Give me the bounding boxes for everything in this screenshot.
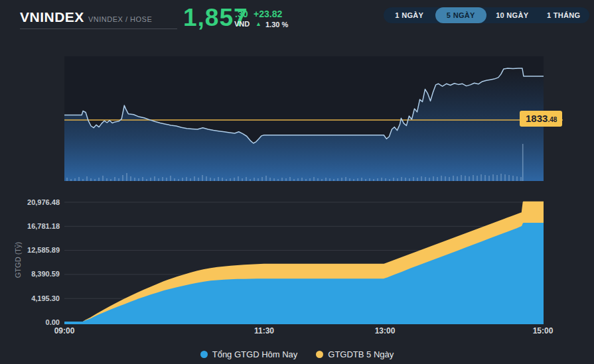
reference-price-dec: .48 [548, 116, 557, 123]
reference-price-badge: 1833 .48 [520, 111, 562, 127]
index-price-decimals: .30 [235, 9, 248, 19]
legend-item-tong-gtgd[interactable]: Tổng GTGD Hôm Nay [200, 349, 298, 359]
gtgd-ytick-5: 20,976.48 [12, 198, 60, 206]
page-title: VNINDEX [20, 9, 84, 25]
period-button-10-ngay[interactable]: 10 NGÀY [486, 7, 538, 23]
price-change-value: +23.82 [254, 9, 282, 19]
gtgd-axis-title: GTGD (Tỷ) [14, 230, 22, 290]
legend-label: Tổng GTGD Hôm Nay [212, 349, 298, 359]
header-divider [20, 29, 177, 29]
legend-item-gtgdtb[interactable]: GTGDTB 5 Ngày [316, 349, 394, 359]
gtgd-ytick-1: 4,195.30 [12, 294, 60, 302]
gtgd-chart-canvas[interactable] [0, 0, 594, 364]
chart-legend: Tổng GTGD Hôm Nay GTGDTB 5 Ngày [0, 349, 594, 359]
symbol-exchange-label: VNINDEX / HOSE [88, 15, 152, 23]
currency-label: VND [234, 20, 250, 28]
up-triangle-icon: ▲ [256, 21, 261, 27]
period-button-5-ngay[interactable]: 5 NGÀY [435, 7, 487, 23]
vnindex-chart-panel: VNINDEX VNINDEX / HOSE 1,857 .30 VND +23… [0, 0, 594, 364]
gtgd-xtick-1300: 13:00 [365, 326, 405, 335]
period-button-1-thang[interactable]: 1 THÁNG [538, 7, 590, 23]
period-button-1-ngay[interactable]: 1 NGÀY [384, 7, 435, 23]
gtgd-xtick-1130: 11:30 [244, 326, 284, 335]
gtgd-xtick-0900: 09:00 [44, 326, 84, 335]
blue-dot-icon [200, 351, 208, 358]
period-selector: 1 NGÀY 5 NGÀY 10 NGÀY 1 THÁNG [384, 7, 589, 23]
gtgd-xtick-1500: 15:00 [523, 326, 563, 335]
reference-price-int: 1833 [526, 113, 548, 124]
yellow-dot-icon [316, 351, 323, 358]
legend-label: GTGDTB 5 Ngày [328, 349, 394, 359]
gtgd-ytick-0: 0.00 [12, 318, 60, 326]
price-change-percent: 1.30 % [265, 21, 288, 29]
gtgd-ytick-4: 16,781.18 [12, 222, 60, 230]
